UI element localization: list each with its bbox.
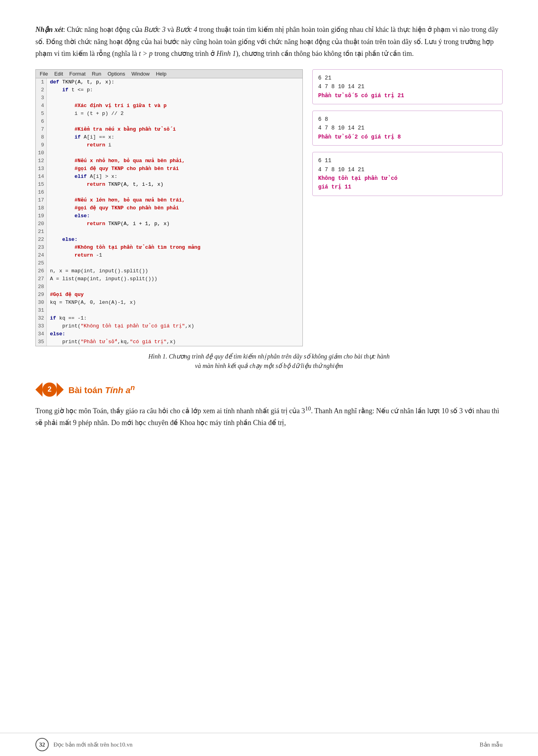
output-1-line2: 4 7 8 10 14 21 <box>318 82 497 91</box>
section2-sup: n <box>131 383 135 392</box>
code-line-25: 25 <box>36 259 302 267</box>
code-line-22: 22 else: <box>36 236 302 244</box>
output-2-line2: 4 7 8 10 14 21 <box>318 124 497 132</box>
intro-text5: ), chương trình cần thông báo không tồn … <box>236 50 414 57</box>
badge-arrow-left <box>35 383 42 397</box>
code-line-6: 6 <box>36 118 302 126</box>
code-line-1: 1 def TKNP(A, t, p, x): <box>36 78 302 86</box>
badge-circle: 2 <box>42 383 57 397</box>
menu-help[interactable]: Help <box>156 71 166 77</box>
intro-text1: : Chức năng hoạt động của <box>63 26 144 33</box>
tv-label: t > p <box>139 50 153 57</box>
code-line-28: 28 <box>36 283 302 291</box>
code-line-20: 20 return TKNP(A, i + 1, p, x) <box>36 220 302 228</box>
code-lines: 1 def TKNP(A, t, p, x): 2 if t <= p: 3 4… <box>36 78 302 346</box>
intro-text4: trong chương trình ở <box>153 50 216 57</box>
section2-heading: 2 Bài toán Tính an <box>35 383 503 397</box>
code-line-18: 18 #gọi đệ quy TKNP cho phần bên phải <box>36 204 302 212</box>
buoc3-label: Bước 3 <box>144 26 165 33</box>
code-line-7: 7 #Kiểm tra nếu x bằng phần tử số i <box>36 126 302 133</box>
code-line-12: 12 #Nếu x nhỏ hơn, bỏ qua nửa bên phải, <box>36 157 302 165</box>
caption-line2: và màn hình kết quả chạy một số bộ dữ li… <box>35 361 503 371</box>
code-line-33: 33 print("Không tồn tại phần tử có giá t… <box>36 322 302 330</box>
output-1-line1: 6 21 <box>318 74 497 82</box>
code-line-13: 13 #gọi đệ quy TKNP cho phần bên trái <box>36 165 302 173</box>
code-line-32: 32 if kq == -1: <box>36 314 302 322</box>
code-line-16: 16 <box>36 189 302 196</box>
intro-text2: và <box>166 26 176 33</box>
menu-edit[interactable]: Edit <box>54 71 63 77</box>
code-line-10: 10 <box>36 149 302 157</box>
caption-line1: Hình 1. Chương trình đệ quy để tìm kiếm … <box>35 352 503 361</box>
output-3-line2: 4 7 8 10 14 21 <box>318 165 497 174</box>
page: Nhận xét: Chức năng hoạt động của Bước 3… <box>0 0 538 756</box>
code-line-30: 30 kq = TKNP(A, 0, len(A)-1, x) <box>36 299 302 307</box>
output-2-line3: Phần tử số 2 có giá trị 8 <box>318 133 497 141</box>
output-box-1: 6 21 4 7 8 10 14 21 Phần tử số 5 có giá … <box>312 69 503 104</box>
menu-file[interactable]: File <box>40 71 48 77</box>
code-editor: File Edit Format Run Options Window Help… <box>35 69 303 346</box>
code-line-19: 19 else: <box>36 212 302 220</box>
output-3-line3: Không tồn tại phần tử cógiá trị 11 <box>318 174 497 192</box>
code-line-14: 14 elif A[i] > x: <box>36 173 302 181</box>
hinh1-ref: Hình 1 <box>217 50 236 57</box>
output-box-3: 6 11 4 7 8 10 14 21 Không tồn tại phần t… <box>312 152 503 196</box>
section2-title-italic: Tính an <box>105 385 135 395</box>
code-line-29: 29 #Gọi đệ quy <box>36 291 302 299</box>
bottom-left-text: Đọc bản mới nhất trên hoc10.vn <box>53 741 133 748</box>
section2-title: Bài toán Tính an <box>68 383 135 396</box>
section2-body: Trong giờ học môn Toán, thầy giáo ra câu… <box>35 404 503 429</box>
code-line-3: 3 <box>36 94 302 102</box>
code-line-9: 9 return i <box>36 141 302 149</box>
code-line-27: 27 A = list(map(int, input().split())) <box>36 275 302 283</box>
figure-caption: Hình 1. Chương trình đệ quy để tìm kiếm … <box>35 352 503 371</box>
bottom-right-text: Bản mẫu <box>480 741 503 748</box>
output-3-line1: 6 11 <box>318 156 497 165</box>
code-line-4: 4 #Xác định vị trí i giữa t và p <box>36 102 302 110</box>
code-line-21: 21 <box>36 228 302 236</box>
bottom-bar: 32 Đọc bản mới nhất trên hoc10.vn Bản mẫ… <box>0 733 538 756</box>
menu-options[interactable]: Options <box>107 71 125 77</box>
sup-10: 10 <box>305 405 311 412</box>
output-box-2: 6 8 4 7 8 10 14 21 Phần tử số 2 có giá t… <box>312 111 503 146</box>
output-1-line3: Phần tử số 5 có giá trị 21 <box>318 91 497 100</box>
code-output-section: File Edit Format Run Options Window Help… <box>35 69 503 346</box>
page-number: 32 <box>35 738 49 751</box>
section-badge: 2 <box>35 383 64 397</box>
output-2-line1: 6 8 <box>318 115 497 124</box>
code-line-24: 24 return -1 <box>36 251 302 259</box>
output-panels: 6 21 4 7 8 10 14 21 Phần tử số 5 có giá … <box>312 69 503 196</box>
code-line-34: 34 else: <box>36 330 302 338</box>
badge-arrow-right <box>57 383 64 397</box>
code-line-17: 17 #Nếu x lớn hơn, bỏ qua nửa bên trái, <box>36 196 302 204</box>
menu-bar: File Edit Format Run Options Window Help <box>36 70 302 78</box>
buoc4-label: Bước 4 <box>176 26 197 33</box>
code-line-2: 2 if t <= p: <box>36 86 302 94</box>
menu-window[interactable]: Window <box>131 71 149 77</box>
badge-num: 2 <box>48 385 52 394</box>
menu-run[interactable]: Run <box>92 71 101 77</box>
nhan-xet-label: Nhận xét <box>35 26 63 33</box>
intro-paragraph: Nhận xét: Chức năng hoạt động của Bước 3… <box>35 24 503 60</box>
code-line-31: 31 <box>36 307 302 314</box>
code-line-5: 5 i = (t + p) // 2 <box>36 110 302 118</box>
code-line-23: 23 #Không tồn tại phần tử cần tìm trong … <box>36 244 302 251</box>
code-line-15: 15 return TKNP(A, t, i-1, x) <box>36 181 302 189</box>
code-line-8: 8 if A[i] == x: <box>36 133 302 141</box>
code-line-26: 26 n, x = map(int, input().split()) <box>36 267 302 275</box>
menu-format[interactable]: Format <box>69 71 85 77</box>
code-line-35: 35 print("Phần tử số",kq,"có giá trị",x) <box>36 338 302 346</box>
